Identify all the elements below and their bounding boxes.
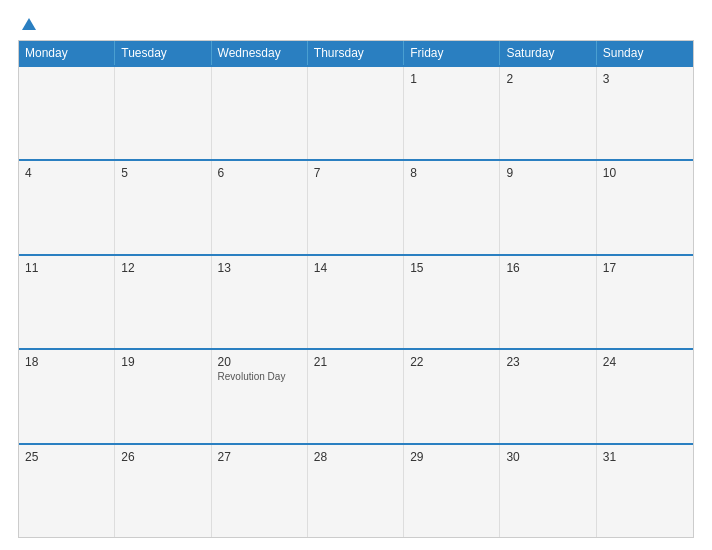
col-header-monday: Monday (19, 41, 115, 65)
day-number: 31 (603, 450, 687, 464)
day-number: 21 (314, 355, 397, 369)
cal-cell: 8 (404, 161, 500, 253)
day-number: 13 (218, 261, 301, 275)
week-row-1: 123 (19, 65, 693, 159)
cal-cell: 22 (404, 350, 500, 442)
day-number: 4 (25, 166, 108, 180)
cal-cell: 20Revolution Day (212, 350, 308, 442)
cal-cell: 23 (500, 350, 596, 442)
logo (18, 18, 36, 30)
logo-triangle-icon (22, 18, 36, 30)
cal-cell: 17 (597, 256, 693, 348)
calendar-header-row: MondayTuesdayWednesdayThursdayFridaySatu… (19, 41, 693, 65)
cal-cell: 19 (115, 350, 211, 442)
cal-cell: 25 (19, 445, 115, 537)
day-number: 19 (121, 355, 204, 369)
day-number: 8 (410, 166, 493, 180)
col-header-tuesday: Tuesday (115, 41, 211, 65)
day-number: 7 (314, 166, 397, 180)
cal-cell: 21 (308, 350, 404, 442)
day-number: 16 (506, 261, 589, 275)
cal-cell (115, 67, 211, 159)
day-number: 15 (410, 261, 493, 275)
cal-cell: 11 (19, 256, 115, 348)
cal-cell: 1 (404, 67, 500, 159)
day-number: 17 (603, 261, 687, 275)
cal-cell: 28 (308, 445, 404, 537)
day-number: 11 (25, 261, 108, 275)
cal-cell: 29 (404, 445, 500, 537)
cal-cell: 16 (500, 256, 596, 348)
day-number: 29 (410, 450, 493, 464)
day-number: 22 (410, 355, 493, 369)
cal-cell: 15 (404, 256, 500, 348)
cal-cell: 4 (19, 161, 115, 253)
day-number: 28 (314, 450, 397, 464)
day-number: 26 (121, 450, 204, 464)
week-row-3: 11121314151617 (19, 254, 693, 348)
day-number: 3 (603, 72, 687, 86)
cal-cell: 9 (500, 161, 596, 253)
cal-cell: 18 (19, 350, 115, 442)
day-number: 10 (603, 166, 687, 180)
day-number: 1 (410, 72, 493, 86)
day-number: 12 (121, 261, 204, 275)
cal-cell (308, 67, 404, 159)
cal-cell: 2 (500, 67, 596, 159)
day-number: 20 (218, 355, 301, 369)
cal-cell: 14 (308, 256, 404, 348)
cal-cell: 27 (212, 445, 308, 537)
cal-cell: 5 (115, 161, 211, 253)
calendar-page: MondayTuesdayWednesdayThursdayFridaySatu… (0, 0, 712, 550)
day-number: 18 (25, 355, 108, 369)
cal-cell: 26 (115, 445, 211, 537)
week-row-4: 181920Revolution Day21222324 (19, 348, 693, 442)
day-number: 27 (218, 450, 301, 464)
calendar-body: 1234567891011121314151617181920Revolutio… (19, 65, 693, 537)
day-number: 6 (218, 166, 301, 180)
day-number: 14 (314, 261, 397, 275)
calendar-header (18, 18, 694, 30)
cal-cell: 24 (597, 350, 693, 442)
cal-cell: 3 (597, 67, 693, 159)
cal-cell: 6 (212, 161, 308, 253)
week-row-5: 25262728293031 (19, 443, 693, 537)
week-row-2: 45678910 (19, 159, 693, 253)
day-number: 5 (121, 166, 204, 180)
col-header-saturday: Saturday (500, 41, 596, 65)
cal-cell: 12 (115, 256, 211, 348)
calendar-grid: MondayTuesdayWednesdayThursdayFridaySatu… (18, 40, 694, 538)
col-header-wednesday: Wednesday (212, 41, 308, 65)
cal-cell (212, 67, 308, 159)
cal-cell: 31 (597, 445, 693, 537)
holiday-label: Revolution Day (218, 371, 301, 383)
cal-cell: 30 (500, 445, 596, 537)
col-header-sunday: Sunday (597, 41, 693, 65)
day-number: 24 (603, 355, 687, 369)
col-header-thursday: Thursday (308, 41, 404, 65)
cal-cell: 10 (597, 161, 693, 253)
day-number: 23 (506, 355, 589, 369)
cal-cell: 7 (308, 161, 404, 253)
day-number: 30 (506, 450, 589, 464)
day-number: 2 (506, 72, 589, 86)
day-number: 25 (25, 450, 108, 464)
cal-cell: 13 (212, 256, 308, 348)
cal-cell (19, 67, 115, 159)
col-header-friday: Friday (404, 41, 500, 65)
logo-blue-text (18, 18, 36, 30)
day-number: 9 (506, 166, 589, 180)
